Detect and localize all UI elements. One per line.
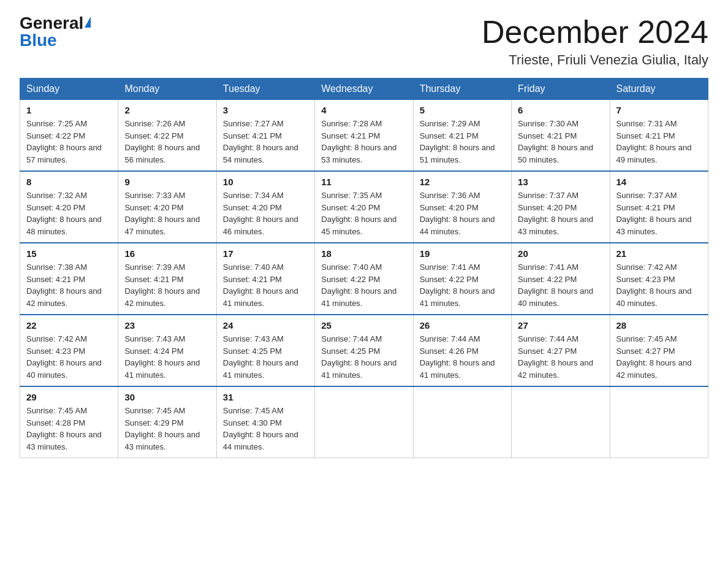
calendar-cell: 5Sunrise: 7:29 AMSunset: 4:21 PMDaylight… — [413, 100, 511, 172]
calendar-week-row: 29Sunrise: 7:45 AMSunset: 4:28 PMDayligh… — [20, 386, 708, 458]
calendar-week-row: 8Sunrise: 7:32 AMSunset: 4:20 PMDaylight… — [20, 171, 708, 243]
calendar-cell: 8Sunrise: 7:32 AMSunset: 4:20 PMDaylight… — [20, 171, 118, 243]
day-number: 19 — [420, 248, 505, 259]
calendar-header-row: SundayMondayTuesdayWednesdayThursdayFrid… — [20, 79, 708, 100]
calendar-cell: 22Sunrise: 7:42 AMSunset: 4:23 PMDayligh… — [20, 315, 118, 386]
day-number: 22 — [26, 320, 112, 331]
day-number: 5 — [420, 105, 505, 115]
day-number: 14 — [616, 177, 702, 187]
day-number: 9 — [124, 177, 210, 187]
day-info: Sunrise: 7:33 AMSunset: 4:20 PMDaylight:… — [124, 190, 210, 237]
day-info: Sunrise: 7:36 AMSunset: 4:20 PMDaylight:… — [420, 190, 505, 237]
day-info: Sunrise: 7:40 AMSunset: 4:22 PMDaylight:… — [321, 261, 406, 309]
day-number: 2 — [124, 105, 210, 115]
day-number: 23 — [124, 320, 210, 331]
day-info: Sunrise: 7:44 AMSunset: 4:26 PMDaylight:… — [420, 333, 505, 381]
calendar-cell: 25Sunrise: 7:44 AMSunset: 4:25 PMDayligh… — [315, 315, 413, 386]
day-number: 12 — [420, 177, 505, 187]
day-number: 24 — [223, 320, 308, 331]
day-info: Sunrise: 7:32 AMSunset: 4:20 PMDaylight:… — [26, 190, 112, 237]
calendar-cell: 12Sunrise: 7:36 AMSunset: 4:20 PMDayligh… — [413, 171, 511, 243]
calendar-cell: 13Sunrise: 7:37 AMSunset: 4:20 PMDayligh… — [512, 171, 610, 243]
logo-general-text: General — [20, 15, 83, 32]
day-number: 7 — [616, 105, 702, 115]
day-info: Sunrise: 7:45 AMSunset: 4:28 PMDaylight:… — [26, 405, 112, 453]
day-info: Sunrise: 7:29 AMSunset: 4:21 PMDaylight:… — [420, 118, 505, 166]
calendar-cell: 24Sunrise: 7:43 AMSunset: 4:25 PMDayligh… — [216, 315, 314, 386]
header-friday: Friday — [512, 79, 610, 100]
day-info: Sunrise: 7:31 AMSunset: 4:21 PMDaylight:… — [616, 118, 702, 166]
day-number: 26 — [420, 320, 505, 331]
day-info: Sunrise: 7:41 AMSunset: 4:22 PMDaylight:… — [518, 261, 603, 309]
calendar-cell: 16Sunrise: 7:39 AMSunset: 4:21 PMDayligh… — [118, 243, 216, 315]
logo: General Blue — [20, 15, 91, 49]
day-info: Sunrise: 7:41 AMSunset: 4:22 PMDaylight:… — [420, 261, 505, 309]
day-number: 21 — [616, 248, 702, 259]
title-area: December 2024 Trieste, Friuli Venezia Gi… — [482, 15, 708, 68]
calendar-cell: 19Sunrise: 7:41 AMSunset: 4:22 PMDayligh… — [413, 243, 511, 315]
day-number: 13 — [518, 177, 603, 187]
month-year-title: December 2024 — [482, 15, 708, 50]
logo-blue-text: Blue — [20, 32, 57, 49]
day-number: 3 — [223, 105, 308, 115]
calendar-cell: 10Sunrise: 7:34 AMSunset: 4:20 PMDayligh… — [216, 171, 314, 243]
calendar-cell: 15Sunrise: 7:38 AMSunset: 4:21 PMDayligh… — [20, 243, 118, 315]
day-number: 16 — [124, 248, 210, 259]
calendar-cell — [512, 386, 610, 458]
calendar-table: SundayMondayTuesdayWednesdayThursdayFrid… — [20, 78, 708, 458]
calendar-week-row: 1Sunrise: 7:25 AMSunset: 4:22 PMDaylight… — [20, 100, 708, 172]
day-info: Sunrise: 7:44 AMSunset: 4:27 PMDaylight:… — [518, 333, 603, 381]
day-info: Sunrise: 7:45 AMSunset: 4:30 PMDaylight:… — [223, 405, 308, 453]
day-number: 11 — [321, 177, 406, 187]
day-number: 1 — [26, 105, 112, 115]
header-monday: Monday — [118, 79, 216, 100]
day-info: Sunrise: 7:27 AMSunset: 4:21 PMDaylight:… — [223, 118, 308, 166]
day-info: Sunrise: 7:45 AMSunset: 4:27 PMDaylight:… — [616, 333, 702, 381]
calendar-cell: 18Sunrise: 7:40 AMSunset: 4:22 PMDayligh… — [315, 243, 413, 315]
day-number: 8 — [26, 177, 112, 187]
day-number: 10 — [223, 177, 308, 187]
day-number: 6 — [518, 105, 603, 115]
day-number: 30 — [124, 392, 210, 402]
calendar-cell: 29Sunrise: 7:45 AMSunset: 4:28 PMDayligh… — [20, 386, 118, 458]
calendar-cell — [610, 386, 708, 458]
day-info: Sunrise: 7:39 AMSunset: 4:21 PMDaylight:… — [124, 261, 210, 309]
header-thursday: Thursday — [413, 79, 511, 100]
day-number: 4 — [321, 105, 406, 115]
day-number: 27 — [518, 320, 603, 331]
calendar-cell: 30Sunrise: 7:45 AMSunset: 4:29 PMDayligh… — [118, 386, 216, 458]
day-number: 29 — [26, 392, 112, 402]
calendar-cell: 6Sunrise: 7:30 AMSunset: 4:21 PMDaylight… — [512, 100, 610, 172]
day-info: Sunrise: 7:40 AMSunset: 4:21 PMDaylight:… — [223, 261, 308, 309]
day-info: Sunrise: 7:34 AMSunset: 4:20 PMDaylight:… — [223, 190, 308, 237]
calendar-cell: 28Sunrise: 7:45 AMSunset: 4:27 PMDayligh… — [610, 315, 708, 386]
calendar-cell: 20Sunrise: 7:41 AMSunset: 4:22 PMDayligh… — [512, 243, 610, 315]
calendar-cell: 7Sunrise: 7:31 AMSunset: 4:21 PMDaylight… — [610, 100, 708, 172]
day-info: Sunrise: 7:44 AMSunset: 4:25 PMDaylight:… — [321, 333, 406, 381]
calendar-cell: 9Sunrise: 7:33 AMSunset: 4:20 PMDaylight… — [118, 171, 216, 243]
calendar-cell: 27Sunrise: 7:44 AMSunset: 4:27 PMDayligh… — [512, 315, 610, 386]
calendar-cell — [413, 386, 511, 458]
day-number: 17 — [223, 248, 308, 259]
day-info: Sunrise: 7:43 AMSunset: 4:25 PMDaylight:… — [223, 333, 308, 381]
day-info: Sunrise: 7:38 AMSunset: 4:21 PMDaylight:… — [26, 261, 112, 309]
day-info: Sunrise: 7:37 AMSunset: 4:21 PMDaylight:… — [616, 190, 702, 237]
day-number: 31 — [223, 392, 308, 402]
day-info: Sunrise: 7:45 AMSunset: 4:29 PMDaylight:… — [124, 405, 210, 453]
day-number: 20 — [518, 248, 603, 259]
day-info: Sunrise: 7:35 AMSunset: 4:20 PMDaylight:… — [321, 190, 406, 237]
day-number: 28 — [616, 320, 702, 331]
day-info: Sunrise: 7:42 AMSunset: 4:23 PMDaylight:… — [26, 333, 112, 381]
calendar-cell: 11Sunrise: 7:35 AMSunset: 4:20 PMDayligh… — [315, 171, 413, 243]
calendar-week-row: 22Sunrise: 7:42 AMSunset: 4:23 PMDayligh… — [20, 315, 708, 386]
day-info: Sunrise: 7:26 AMSunset: 4:22 PMDaylight:… — [124, 118, 210, 166]
day-info: Sunrise: 7:30 AMSunset: 4:21 PMDaylight:… — [518, 118, 603, 166]
day-info: Sunrise: 7:28 AMSunset: 4:21 PMDaylight:… — [321, 118, 406, 166]
calendar-cell: 14Sunrise: 7:37 AMSunset: 4:21 PMDayligh… — [610, 171, 708, 243]
calendar-cell: 1Sunrise: 7:25 AMSunset: 4:22 PMDaylight… — [20, 100, 118, 172]
header-tuesday: Tuesday — [216, 79, 314, 100]
day-info: Sunrise: 7:42 AMSunset: 4:23 PMDaylight:… — [616, 261, 702, 309]
calendar-cell: 3Sunrise: 7:27 AMSunset: 4:21 PMDaylight… — [216, 100, 314, 172]
calendar-cell: 26Sunrise: 7:44 AMSunset: 4:26 PMDayligh… — [413, 315, 511, 386]
header-sunday: Sunday — [20, 79, 118, 100]
